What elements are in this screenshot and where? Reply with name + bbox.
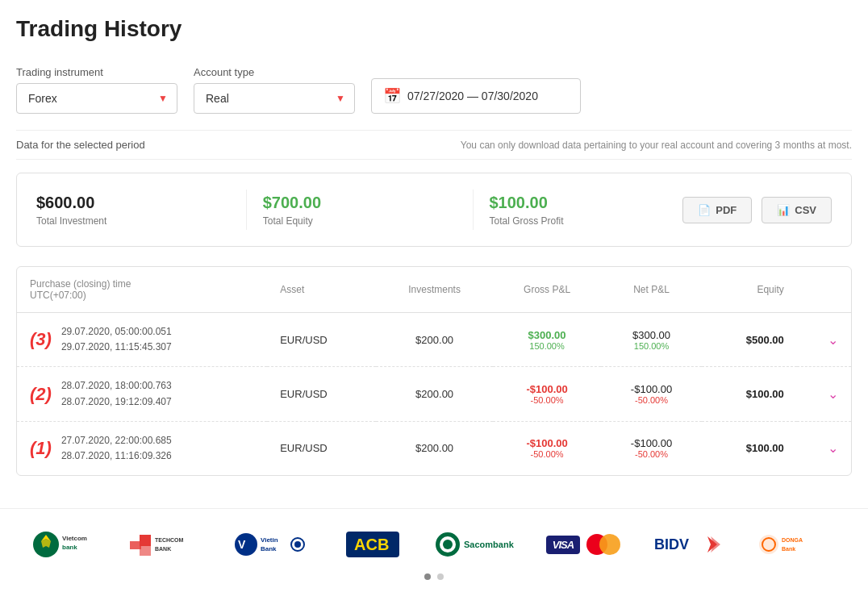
account-label: Account type xyxy=(194,66,355,78)
chevron-down-icon[interactable]: ⌄ xyxy=(828,333,838,347)
trade-time-cell: (3) 29.07.2020, 05:00:00.051 29.07.2020,… xyxy=(17,313,267,367)
dot-1[interactable] xyxy=(424,573,431,580)
total-investment-label: Total Investment xyxy=(36,215,230,227)
pdf-label: PDF xyxy=(716,204,737,216)
svg-text:DONGA: DONGA xyxy=(782,537,803,543)
trade-expand-cell[interactable]: ⌄ xyxy=(797,313,851,367)
total-investment-value: $600.00 xyxy=(36,194,230,212)
trade-times: 28.07.2020, 18:00:00.763 28.07.2020, 19:… xyxy=(61,378,172,409)
date-picker[interactable]: 📅 07/27/2020 — 07/30/2020 xyxy=(371,78,581,114)
trades-table-wrapper: Purchase (closing) timeUTC(+07:00) Asset… xyxy=(16,266,852,476)
trade-gross-value: -$100.00 xyxy=(506,383,588,395)
svg-rect-6 xyxy=(140,544,151,556)
instrument-select-wrapper: Forex CFD Crypto ▼ xyxy=(16,83,177,114)
trade-gross-pct: -50.00% xyxy=(506,395,588,405)
svg-text:ACB: ACB xyxy=(354,536,389,553)
trade-gross-cell: $300.00 150.00% xyxy=(493,313,601,367)
table-row: (3) 29.07.2020, 05:00:00.051 29.07.2020,… xyxy=(17,313,851,367)
trade-asset-cell: EUR/USD xyxy=(267,313,376,367)
trade-net-pct: -50.00% xyxy=(614,395,688,405)
instrument-select[interactable]: Forex CFD Crypto xyxy=(16,83,177,114)
trade-number: (2) xyxy=(30,384,52,405)
trade-equity: $100.00 xyxy=(746,442,784,454)
sacombank-logo: Sacombank xyxy=(433,528,514,561)
trade-investment-cell: $200.00 xyxy=(376,367,492,421)
vietinbank-logo: V Vietin Bank xyxy=(232,528,312,561)
trade-times: 29.07.2020, 05:00:00.051 29.07.2020, 11:… xyxy=(61,324,172,355)
trade-gross-value: $300.00 xyxy=(506,329,588,341)
trade-asset: EUR/USD xyxy=(280,388,328,400)
total-profit: $100.00 Total Gross Profit xyxy=(490,194,683,227)
total-profit-value: $100.00 xyxy=(490,194,683,212)
total-investment: $600.00 Total Investment xyxy=(36,194,230,227)
trade-net-value: $300.00 xyxy=(614,329,688,341)
bidv-logo: BIDV xyxy=(653,528,725,561)
trade-investment-cell: $200.00 xyxy=(376,313,492,367)
trade-net-pct: -50.00% xyxy=(614,449,688,459)
trade-gross-pct: -50.00% xyxy=(506,449,588,459)
trade-net-cell: $300.00 150.00% xyxy=(601,313,701,367)
bank-logos-row: Vietcom bank TECHCOM BANK V Vietin Bank xyxy=(16,528,852,561)
trade-net-cell: -$100.00 -50.00% xyxy=(601,367,701,421)
trade-time-cell: (2) 28.07.2020, 18:00:00.763 28.07.2020,… xyxy=(17,367,267,421)
trade-gross-cell: -$100.00 -50.00% xyxy=(493,421,601,475)
svg-text:Bank: Bank xyxy=(261,545,277,553)
mc-orange-circle xyxy=(599,534,620,555)
visa-text: VISA xyxy=(546,536,580,554)
svg-text:Sacombank: Sacombank xyxy=(464,540,514,549)
divider-2 xyxy=(473,190,474,230)
page-title: Trading History xyxy=(16,16,852,42)
account-select[interactable]: Real Demo xyxy=(194,83,355,114)
trade-asset-cell: EUR/USD xyxy=(267,421,376,475)
trade-net-value: -$100.00 xyxy=(614,383,688,395)
col-equity: Equity xyxy=(702,267,797,313)
svg-text:BIDV: BIDV xyxy=(654,536,689,553)
col-expand xyxy=(797,267,851,313)
col-asset: Asset xyxy=(267,267,376,313)
chevron-down-icon[interactable]: ⌄ xyxy=(828,441,838,455)
svg-text:V: V xyxy=(238,538,246,551)
filters-bar: Trading instrument Forex CFD Crypto ▼ Ac… xyxy=(16,61,852,114)
trade-investment: $200.00 xyxy=(415,442,453,454)
svg-point-15 xyxy=(294,541,301,548)
download-notice: You can only download data pertaining to… xyxy=(461,140,852,151)
pdf-icon: 📄 xyxy=(698,204,711,216)
svg-rect-5 xyxy=(140,535,151,546)
trades-table: Purchase (closing) timeUTC(+07:00) Asset… xyxy=(17,267,851,475)
date-range-value: 07/27/2020 — 07/30/2020 xyxy=(407,90,538,102)
trade-number: (3) xyxy=(30,329,52,350)
info-bar: Data for the selected period You can onl… xyxy=(16,130,852,160)
summary-card: $600.00 Total Investment $700.00 Total E… xyxy=(16,173,852,247)
donga-bank-logo: DONGA Bank xyxy=(757,528,838,561)
trade-equity-cell: $500.00 xyxy=(702,313,797,367)
date-label xyxy=(371,61,581,73)
trade-number: (1) xyxy=(30,438,52,459)
acb-logo: ACB xyxy=(344,528,401,561)
svg-text:TECHCOM: TECHCOM xyxy=(155,537,184,543)
csv-button[interactable]: 📊 CSV xyxy=(762,197,832,223)
trade-asset: EUR/USD xyxy=(280,334,328,346)
dot-2[interactable] xyxy=(437,573,444,580)
trade-investment-cell: $200.00 xyxy=(376,421,492,475)
date-filter: 📅 07/27/2020 — 07/30/2020 xyxy=(371,61,581,114)
footer: Vietcom bank TECHCOM BANK V Vietin Bank xyxy=(0,508,868,593)
total-profit-label: Total Gross Profit xyxy=(490,215,683,227)
trade-investment: $200.00 xyxy=(415,388,453,400)
calendar-icon: 📅 xyxy=(383,87,401,105)
trade-equity: $500.00 xyxy=(746,334,784,346)
trade-expand-cell[interactable]: ⌄ xyxy=(797,367,851,421)
pdf-button[interactable]: 📄 PDF xyxy=(682,197,752,223)
export-buttons: 📄 PDF 📊 CSV xyxy=(682,197,832,223)
trade-net-value: -$100.00 xyxy=(614,437,688,449)
trade-equity-cell: $100.00 xyxy=(702,421,797,475)
instrument-label: Trading instrument xyxy=(16,66,177,78)
col-gross: Gross P&L xyxy=(493,267,601,313)
trade-expand-cell[interactable]: ⌄ xyxy=(797,421,851,475)
csv-label: CSV xyxy=(795,204,816,216)
techcombank-logo: TECHCOM BANK xyxy=(127,528,199,561)
trade-equity: $100.00 xyxy=(746,388,784,400)
trade-net-cell: -$100.00 -50.00% xyxy=(601,421,701,475)
chevron-down-icon[interactable]: ⌄ xyxy=(828,387,838,401)
instrument-filter: Trading instrument Forex CFD Crypto ▼ xyxy=(16,66,177,114)
trade-time-cell: (1) 27.07.2020, 22:00:00.685 28.07.2020,… xyxy=(17,421,267,475)
